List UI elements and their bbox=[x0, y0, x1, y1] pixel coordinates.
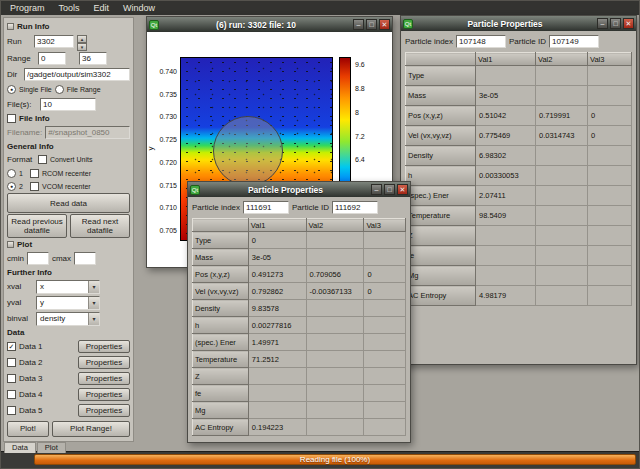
minimize-icon[interactable]: – bbox=[353, 19, 364, 30]
particle-id-input[interactable] bbox=[332, 201, 378, 214]
chevron-down-icon[interactable]: ▾ bbox=[88, 313, 99, 325]
property-row-label[interactable]: AC Entropy bbox=[406, 286, 476, 306]
property-row-label[interactable]: Temperature bbox=[406, 206, 476, 226]
particle-id-input[interactable] bbox=[549, 35, 599, 48]
menu-item[interactable]: Tools bbox=[52, 1, 87, 15]
run-info-expander-icon[interactable] bbox=[7, 23, 14, 30]
format-1-label: 1 bbox=[19, 170, 27, 177]
vcom-checkbox[interactable] bbox=[30, 182, 39, 191]
property-row-label[interactable]: (spec.) Ener bbox=[406, 186, 476, 206]
window-titlebar[interactable]: Qt Particle Properties – □ ✕ bbox=[401, 16, 636, 31]
tab-plot[interactable]: Plot bbox=[37, 442, 66, 453]
plot-range-button[interactable]: Plot Range! bbox=[52, 421, 130, 437]
property-row-label[interactable]: Pos (x,y,z) bbox=[193, 266, 249, 283]
particle-id-row: Particle index Particle ID bbox=[401, 31, 636, 52]
property-row-label[interactable]: fe bbox=[406, 246, 476, 266]
cmax-input[interactable] bbox=[74, 252, 96, 265]
file-range-radio[interactable] bbox=[55, 85, 64, 94]
rcom-checkbox[interactable] bbox=[30, 169, 39, 178]
property-row-label[interactable]: h bbox=[406, 166, 476, 186]
properties-button[interactable]: Properties bbox=[78, 372, 130, 385]
col-header-val1[interactable]: Val1 bbox=[248, 219, 306, 232]
format-1-radio[interactable] bbox=[7, 169, 16, 178]
property-row-label[interactable]: Type bbox=[406, 66, 476, 86]
plot-expander-icon[interactable] bbox=[7, 241, 14, 248]
properties-button[interactable]: Properties bbox=[78, 356, 130, 369]
yval-select[interactable]: y ▾ bbox=[36, 296, 100, 310]
close-icon[interactable]: ✕ bbox=[379, 19, 390, 30]
property-row-label[interactable]: Z bbox=[406, 226, 476, 246]
property-row-label[interactable]: (spec.) Ener bbox=[193, 334, 249, 351]
window-titlebar[interactable]: Qt (6) run: 3302 file: 10 – □ ✕ bbox=[147, 17, 392, 32]
property-row-label[interactable]: Mass bbox=[193, 249, 249, 266]
cmin-input[interactable] bbox=[27, 252, 49, 265]
property-row-label[interactable]: Density bbox=[193, 300, 249, 317]
property-row-label[interactable]: Mg bbox=[406, 266, 476, 286]
chevron-down-icon[interactable]: ▾ bbox=[88, 281, 99, 293]
property-row-label[interactable]: Mg bbox=[193, 402, 249, 419]
xval-select[interactable]: x ▾ bbox=[36, 280, 100, 294]
property-row-label[interactable]: Pos (x,y,z) bbox=[406, 106, 476, 126]
files-input[interactable] bbox=[40, 98, 96, 111]
data-checkbox[interactable] bbox=[7, 406, 16, 415]
col-header-val3[interactable]: Val3 bbox=[588, 53, 632, 66]
property-val1: 4.98179 bbox=[476, 286, 536, 306]
data-checkbox[interactable]: ✓ bbox=[7, 342, 16, 351]
run-input[interactable] bbox=[34, 35, 74, 48]
menu-item[interactable]: Window bbox=[116, 1, 162, 15]
minimize-icon[interactable]: – bbox=[371, 184, 382, 195]
data-checkbox[interactable] bbox=[7, 390, 16, 399]
property-row-label[interactable]: h bbox=[193, 317, 249, 334]
menu-item[interactable]: Program bbox=[3, 1, 52, 15]
binval-select[interactable]: density ▾ bbox=[36, 312, 100, 326]
table-row: Mg bbox=[406, 266, 632, 286]
property-val3 bbox=[588, 266, 632, 286]
menu-item[interactable]: Edit bbox=[87, 1, 117, 15]
range-from-input[interactable] bbox=[38, 52, 66, 65]
dir-input[interactable] bbox=[24, 68, 130, 81]
col-header-val2[interactable]: Val2 bbox=[306, 219, 364, 232]
property-row-label[interactable]: AC Entropy bbox=[193, 419, 249, 436]
minimize-icon[interactable]: – bbox=[597, 18, 608, 29]
table-row: Z bbox=[406, 226, 632, 246]
maximize-icon[interactable]: □ bbox=[610, 18, 621, 29]
read-previous-button[interactable]: Read previous datafile bbox=[7, 214, 67, 238]
col-header-val1[interactable]: Val1 bbox=[476, 53, 536, 66]
tab-data[interactable]: Data bbox=[4, 442, 36, 453]
properties-button[interactable]: Properties bbox=[78, 404, 130, 417]
maximize-icon[interactable]: □ bbox=[384, 184, 395, 195]
property-row-label[interactable]: Vel (vx,vy,vz) bbox=[406, 126, 476, 146]
property-row-label[interactable]: Type bbox=[193, 232, 249, 249]
table-row: Type 0 bbox=[193, 232, 406, 249]
read-data-button[interactable]: Read data bbox=[7, 193, 130, 213]
maximize-icon[interactable]: □ bbox=[366, 19, 377, 30]
property-row-label[interactable]: Mass bbox=[406, 86, 476, 106]
particle-index-input[interactable] bbox=[243, 201, 289, 214]
property-row-label[interactable]: Density bbox=[406, 146, 476, 166]
properties-button[interactable]: Properties bbox=[78, 388, 130, 401]
run-spinner[interactable]: ▴▾ bbox=[77, 35, 87, 48]
single-file-radio[interactable]: ● bbox=[7, 85, 16, 94]
window-titlebar[interactable]: Qt Particle Properties – □ ✕ bbox=[188, 182, 410, 197]
data-checkbox[interactable] bbox=[7, 358, 16, 367]
data-checkbox[interactable] bbox=[7, 374, 16, 383]
property-val2 bbox=[536, 86, 588, 106]
close-icon[interactable]: ✕ bbox=[623, 18, 634, 29]
close-icon[interactable]: ✕ bbox=[397, 184, 408, 195]
file-info-checkbox[interactable] bbox=[7, 114, 16, 123]
property-row-label[interactable]: Z bbox=[193, 368, 249, 385]
property-row-label[interactable]: Temperature bbox=[193, 351, 249, 368]
range-to-input[interactable] bbox=[79, 52, 107, 65]
properties-button[interactable]: Properties bbox=[78, 340, 130, 353]
property-row-label[interactable]: Vel (vx,vy,vz) bbox=[193, 283, 249, 300]
property-row-label[interactable]: fe bbox=[193, 385, 249, 402]
convert-units-checkbox[interactable] bbox=[38, 155, 47, 164]
plot-button[interactable]: Plot! bbox=[7, 421, 49, 437]
particle-index-input[interactable] bbox=[456, 35, 506, 48]
read-next-button[interactable]: Read next datafile bbox=[70, 214, 130, 238]
col-header-val3[interactable]: Val3 bbox=[364, 219, 406, 232]
qt-icon: Qt bbox=[190, 185, 200, 195]
format-2-radio[interactable]: ● bbox=[7, 182, 16, 191]
chevron-down-icon[interactable]: ▾ bbox=[88, 297, 99, 309]
col-header-val2[interactable]: Val2 bbox=[536, 53, 588, 66]
